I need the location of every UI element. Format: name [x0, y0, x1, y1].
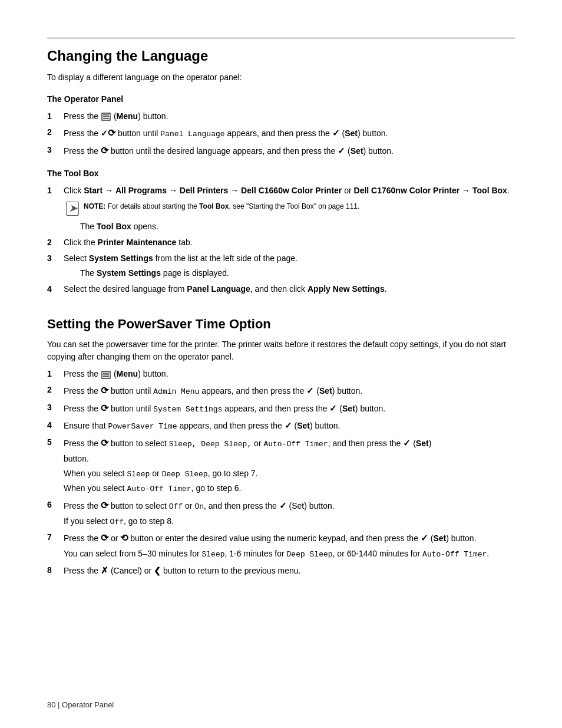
down-v-icon: ⟳ — [101, 403, 108, 413]
note-text: NOTE: For details about starting the Too… — [84, 202, 359, 212]
subsection-operator-panel-title: The Operator Panel — [47, 93, 515, 106]
checkmark-icon: ✓ — [329, 403, 337, 413]
list-item: Press the ⟳ button until System Settings… — [47, 401, 515, 416]
down-v-icon: ⟳ — [101, 500, 108, 510]
checkmark-icon: ✓ — [306, 386, 314, 396]
list-item: Press the ✗ (Cancel) or ❮ button to retu… — [47, 564, 515, 578]
checkmark-icon: ✓ — [421, 533, 428, 543]
checkmark-icon: ✓ — [332, 128, 340, 138]
step-subtext: When you select Auto-Off Timer, go to st… — [64, 482, 515, 495]
list-item: Click Start → All Programs → Dell Printe… — [47, 185, 515, 233]
step-subtext: You can select from 5–30 minutes for Sle… — [64, 548, 515, 561]
list-item: Ensure that PowerSaver Time appears, and… — [47, 419, 515, 433]
menu-icon — [101, 371, 111, 379]
note-icon: ➤ — [66, 202, 79, 216]
footer-section: Operator Panel — [62, 700, 114, 709]
section2-intro: You can set the powersaver time for the … — [47, 338, 515, 363]
list-item: Press the ⟳ button until Admin Menu appe… — [47, 384, 515, 398]
list-item: Select the desired language from Panel L… — [47, 283, 515, 295]
chevron-left-icon: ❮ — [154, 566, 161, 575]
note-box: ➤ NOTE: For details about starting the T… — [64, 202, 515, 216]
down-v-icon: ⟳ — [101, 146, 108, 156]
list-item: Press the ✓⟳ button until Panel Language… — [47, 126, 515, 140]
step-subtext: The Tool Box opens. — [64, 220, 515, 233]
step-subtext: When you select Sleep or Deep Sleep, go … — [64, 467, 515, 480]
down-v-icon: ⟳ — [101, 533, 108, 543]
step-subtext: If you select Off, go to step 8. — [64, 515, 515, 528]
down-v-icon: ⟳ — [101, 386, 108, 396]
section1-title: Changing the Language — [47, 45, 515, 67]
up-v-icon: ⟲ — [120, 533, 128, 543]
list-item: Select System Settings from the list at … — [47, 252, 515, 279]
checkmark-icon: ✓ — [279, 500, 287, 510]
operator-panel-steps: Press the (Menu) button. Press the ✓⟳ bu… — [47, 110, 515, 158]
checkmark-icon: ✓ — [338, 146, 345, 156]
list-item: Click the Printer Maintenance tab. — [47, 236, 515, 249]
cancel-icon: ✗ — [101, 565, 108, 575]
step-subtext: The System Settings page is displayed. — [64, 267, 515, 279]
step-subtext: button. — [64, 453, 515, 465]
section-changing-language: Changing the Language To display a diffe… — [47, 38, 515, 295]
down-v-icon: ⟳ — [108, 128, 115, 138]
toolbox-steps: Click Start → All Programs → Dell Printe… — [47, 185, 515, 295]
page-footer: 80 | Operator Panel — [47, 699, 114, 711]
powersaver-steps: Press the (Menu) button. Press the ⟳ but… — [47, 368, 515, 577]
list-item: Press the ⟳ button to select Sleep, Deep… — [47, 436, 515, 495]
checkmark-icon: ✓ — [285, 420, 292, 430]
footer-page-number: 80 — [47, 700, 55, 709]
section1-intro: To display a different language on the o… — [47, 71, 515, 84]
list-item: Press the (Menu) button. — [47, 368, 515, 380]
list-item: Press the (Menu) button. — [47, 110, 515, 123]
menu-icon — [101, 113, 111, 121]
subsection-toolbox-title: The Tool Box — [47, 167, 515, 180]
section2-title: Setting the PowerSaver Time Option — [47, 314, 515, 334]
section-powersaver: Setting the PowerSaver Time Option You c… — [47, 314, 515, 577]
list-item: Press the ⟳ button until the desired lan… — [47, 144, 515, 158]
list-item: Press the ⟳ button to select Off or On, … — [47, 499, 515, 528]
checkmark-icon: ✓ — [403, 438, 411, 448]
down-v-icon: ⟳ — [101, 438, 108, 448]
list-item: Press the ⟳ or ⟲ button or enter the des… — [47, 531, 515, 561]
